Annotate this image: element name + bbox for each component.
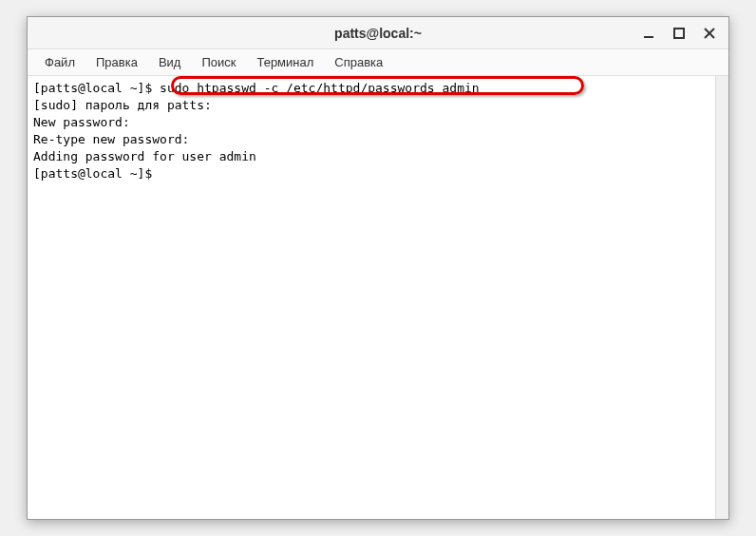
command: sudo htpasswd -c /etc/httpd/passwords ad… <box>160 81 480 95</box>
minimize-button[interactable] <box>633 20 664 47</box>
scrollbar[interactable] <box>715 76 728 519</box>
terminal-line: [sudo] пароль для patts: <box>33 97 709 114</box>
menu-edit[interactable]: Правка <box>86 51 147 73</box>
terminal-line: Adding password for user admin <box>33 148 709 165</box>
minimize-icon <box>643 28 654 39</box>
prompt: [patts@local ~]$ <box>33 81 160 95</box>
menubar: Файл Правка Вид Поиск Терминал Справка <box>28 49 728 76</box>
menu-help[interactable]: Справка <box>325 51 392 73</box>
close-icon <box>704 28 715 39</box>
terminal-line: [patts@local ~]$ sudo htpasswd -c /etc/h… <box>33 80 709 97</box>
titlebar: patts@local:~ <box>28 17 728 49</box>
maximize-button[interactable] <box>664 20 694 47</box>
terminal-wrap: [patts@local ~]$ sudo htpasswd -c /etc/h… <box>28 76 728 519</box>
prompt: [patts@local ~]$ <box>33 166 160 181</box>
terminal-output[interactable]: [patts@local ~]$ sudo htpasswd -c /etc/h… <box>28 76 715 519</box>
terminal-window: patts@local:~ Файл Правка Вид Поиск Терм… <box>27 16 729 520</box>
terminal-line: Re-type new password: <box>33 131 709 148</box>
menu-terminal[interactable]: Терминал <box>247 51 323 73</box>
terminal-line: [patts@local ~]$ <box>33 165 709 182</box>
svg-rect-1 <box>674 29 684 38</box>
svg-rect-0 <box>644 36 653 38</box>
menu-view[interactable]: Вид <box>149 51 191 73</box>
window-title: patts@local:~ <box>334 26 422 41</box>
menu-file[interactable]: Файл <box>35 51 85 73</box>
window-controls <box>633 20 725 47</box>
close-button[interactable] <box>694 20 725 47</box>
menu-search[interactable]: Поиск <box>192 51 245 73</box>
terminal-line: New password: <box>33 114 709 131</box>
maximize-icon <box>673 28 685 39</box>
